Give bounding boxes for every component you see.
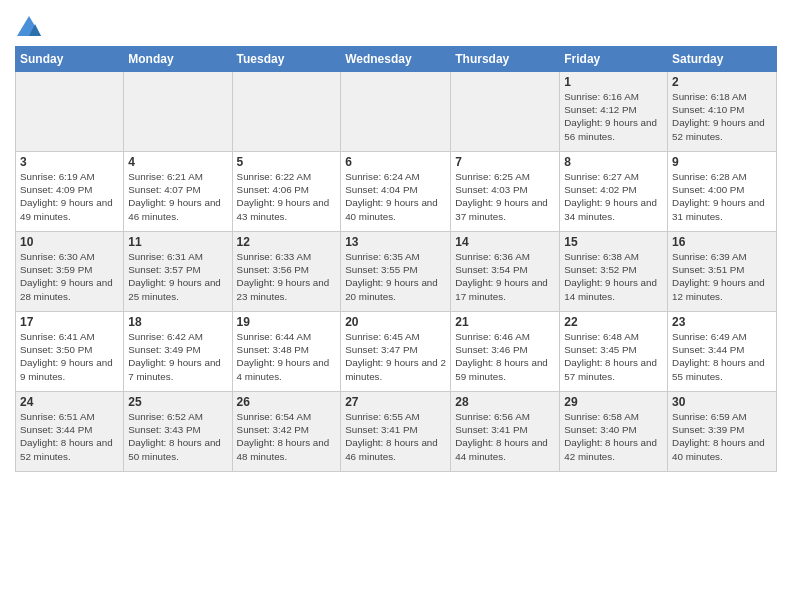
day-number: 4	[128, 155, 227, 169]
day-info: Sunrise: 6:31 AM Sunset: 3:57 PM Dayligh…	[128, 250, 227, 303]
day-number: 23	[672, 315, 772, 329]
day-number: 28	[455, 395, 555, 409]
calendar-cell: 5Sunrise: 6:22 AM Sunset: 4:06 PM Daylig…	[232, 152, 341, 232]
day-number: 29	[564, 395, 663, 409]
day-info: Sunrise: 6:45 AM Sunset: 3:47 PM Dayligh…	[345, 330, 446, 383]
calendar-header-sunday: Sunday	[16, 47, 124, 72]
calendar-cell	[124, 72, 232, 152]
calendar-week-row: 17Sunrise: 6:41 AM Sunset: 3:50 PM Dayli…	[16, 312, 777, 392]
day-info: Sunrise: 6:28 AM Sunset: 4:00 PM Dayligh…	[672, 170, 772, 223]
calendar-cell: 4Sunrise: 6:21 AM Sunset: 4:07 PM Daylig…	[124, 152, 232, 232]
calendar-cell: 24Sunrise: 6:51 AM Sunset: 3:44 PM Dayli…	[16, 392, 124, 472]
calendar-cell: 1Sunrise: 6:16 AM Sunset: 4:12 PM Daylig…	[560, 72, 668, 152]
calendar-header-friday: Friday	[560, 47, 668, 72]
calendar-cell: 8Sunrise: 6:27 AM Sunset: 4:02 PM Daylig…	[560, 152, 668, 232]
day-number: 1	[564, 75, 663, 89]
calendar-cell: 20Sunrise: 6:45 AM Sunset: 3:47 PM Dayli…	[341, 312, 451, 392]
calendar-cell: 25Sunrise: 6:52 AM Sunset: 3:43 PM Dayli…	[124, 392, 232, 472]
day-info: Sunrise: 6:58 AM Sunset: 3:40 PM Dayligh…	[564, 410, 663, 463]
day-info: Sunrise: 6:27 AM Sunset: 4:02 PM Dayligh…	[564, 170, 663, 223]
day-number: 13	[345, 235, 446, 249]
day-info: Sunrise: 6:24 AM Sunset: 4:04 PM Dayligh…	[345, 170, 446, 223]
day-info: Sunrise: 6:42 AM Sunset: 3:49 PM Dayligh…	[128, 330, 227, 383]
calendar-week-row: 3Sunrise: 6:19 AM Sunset: 4:09 PM Daylig…	[16, 152, 777, 232]
day-number: 24	[20, 395, 119, 409]
day-info: Sunrise: 6:22 AM Sunset: 4:06 PM Dayligh…	[237, 170, 337, 223]
calendar-week-row: 24Sunrise: 6:51 AM Sunset: 3:44 PM Dayli…	[16, 392, 777, 472]
day-number: 19	[237, 315, 337, 329]
calendar-cell	[16, 72, 124, 152]
day-info: Sunrise: 6:52 AM Sunset: 3:43 PM Dayligh…	[128, 410, 227, 463]
calendar-cell: 26Sunrise: 6:54 AM Sunset: 3:42 PM Dayli…	[232, 392, 341, 472]
day-info: Sunrise: 6:25 AM Sunset: 4:03 PM Dayligh…	[455, 170, 555, 223]
day-info: Sunrise: 6:49 AM Sunset: 3:44 PM Dayligh…	[672, 330, 772, 383]
day-info: Sunrise: 6:54 AM Sunset: 3:42 PM Dayligh…	[237, 410, 337, 463]
calendar-header-saturday: Saturday	[668, 47, 777, 72]
day-info: Sunrise: 6:38 AM Sunset: 3:52 PM Dayligh…	[564, 250, 663, 303]
calendar-cell	[232, 72, 341, 152]
day-info: Sunrise: 6:36 AM Sunset: 3:54 PM Dayligh…	[455, 250, 555, 303]
day-number: 12	[237, 235, 337, 249]
calendar-cell: 29Sunrise: 6:58 AM Sunset: 3:40 PM Dayli…	[560, 392, 668, 472]
calendar-cell: 13Sunrise: 6:35 AM Sunset: 3:55 PM Dayli…	[341, 232, 451, 312]
calendar-cell: 16Sunrise: 6:39 AM Sunset: 3:51 PM Dayli…	[668, 232, 777, 312]
calendar-cell: 22Sunrise: 6:48 AM Sunset: 3:45 PM Dayli…	[560, 312, 668, 392]
logo	[15, 14, 47, 42]
day-number: 8	[564, 155, 663, 169]
calendar-header-row: SundayMondayTuesdayWednesdayThursdayFrid…	[16, 47, 777, 72]
calendar-cell: 10Sunrise: 6:30 AM Sunset: 3:59 PM Dayli…	[16, 232, 124, 312]
day-number: 14	[455, 235, 555, 249]
day-info: Sunrise: 6:33 AM Sunset: 3:56 PM Dayligh…	[237, 250, 337, 303]
calendar-table: SundayMondayTuesdayWednesdayThursdayFrid…	[15, 46, 777, 472]
calendar-cell: 14Sunrise: 6:36 AM Sunset: 3:54 PM Dayli…	[451, 232, 560, 312]
day-info: Sunrise: 6:16 AM Sunset: 4:12 PM Dayligh…	[564, 90, 663, 143]
day-number: 30	[672, 395, 772, 409]
day-info: Sunrise: 6:41 AM Sunset: 3:50 PM Dayligh…	[20, 330, 119, 383]
header	[15, 10, 777, 42]
day-number: 7	[455, 155, 555, 169]
day-info: Sunrise: 6:55 AM Sunset: 3:41 PM Dayligh…	[345, 410, 446, 463]
day-info: Sunrise: 6:56 AM Sunset: 3:41 PM Dayligh…	[455, 410, 555, 463]
day-number: 5	[237, 155, 337, 169]
calendar-header-thursday: Thursday	[451, 47, 560, 72]
day-info: Sunrise: 6:39 AM Sunset: 3:51 PM Dayligh…	[672, 250, 772, 303]
page: SundayMondayTuesdayWednesdayThursdayFrid…	[0, 0, 792, 482]
day-number: 20	[345, 315, 446, 329]
calendar-cell: 2Sunrise: 6:18 AM Sunset: 4:10 PM Daylig…	[668, 72, 777, 152]
calendar-cell: 7Sunrise: 6:25 AM Sunset: 4:03 PM Daylig…	[451, 152, 560, 232]
day-number: 10	[20, 235, 119, 249]
day-info: Sunrise: 6:35 AM Sunset: 3:55 PM Dayligh…	[345, 250, 446, 303]
calendar-cell: 3Sunrise: 6:19 AM Sunset: 4:09 PM Daylig…	[16, 152, 124, 232]
day-number: 6	[345, 155, 446, 169]
day-info: Sunrise: 6:51 AM Sunset: 3:44 PM Dayligh…	[20, 410, 119, 463]
day-number: 2	[672, 75, 772, 89]
calendar-week-row: 10Sunrise: 6:30 AM Sunset: 3:59 PM Dayli…	[16, 232, 777, 312]
calendar-cell: 17Sunrise: 6:41 AM Sunset: 3:50 PM Dayli…	[16, 312, 124, 392]
day-number: 21	[455, 315, 555, 329]
day-info: Sunrise: 6:30 AM Sunset: 3:59 PM Dayligh…	[20, 250, 119, 303]
day-info: Sunrise: 6:21 AM Sunset: 4:07 PM Dayligh…	[128, 170, 227, 223]
calendar-cell: 6Sunrise: 6:24 AM Sunset: 4:04 PM Daylig…	[341, 152, 451, 232]
calendar-cell: 27Sunrise: 6:55 AM Sunset: 3:41 PM Dayli…	[341, 392, 451, 472]
day-number: 9	[672, 155, 772, 169]
day-number: 26	[237, 395, 337, 409]
day-number: 15	[564, 235, 663, 249]
day-number: 27	[345, 395, 446, 409]
calendar-cell: 19Sunrise: 6:44 AM Sunset: 3:48 PM Dayli…	[232, 312, 341, 392]
calendar-header-monday: Monday	[124, 47, 232, 72]
calendar-cell	[341, 72, 451, 152]
day-number: 25	[128, 395, 227, 409]
calendar-cell: 28Sunrise: 6:56 AM Sunset: 3:41 PM Dayli…	[451, 392, 560, 472]
calendar-cell: 9Sunrise: 6:28 AM Sunset: 4:00 PM Daylig…	[668, 152, 777, 232]
day-number: 18	[128, 315, 227, 329]
calendar-week-row: 1Sunrise: 6:16 AM Sunset: 4:12 PM Daylig…	[16, 72, 777, 152]
day-info: Sunrise: 6:59 AM Sunset: 3:39 PM Dayligh…	[672, 410, 772, 463]
calendar-cell: 11Sunrise: 6:31 AM Sunset: 3:57 PM Dayli…	[124, 232, 232, 312]
day-info: Sunrise: 6:18 AM Sunset: 4:10 PM Dayligh…	[672, 90, 772, 143]
calendar-cell	[451, 72, 560, 152]
day-number: 11	[128, 235, 227, 249]
day-number: 16	[672, 235, 772, 249]
day-info: Sunrise: 6:46 AM Sunset: 3:46 PM Dayligh…	[455, 330, 555, 383]
calendar-header-tuesday: Tuesday	[232, 47, 341, 72]
day-info: Sunrise: 6:19 AM Sunset: 4:09 PM Dayligh…	[20, 170, 119, 223]
